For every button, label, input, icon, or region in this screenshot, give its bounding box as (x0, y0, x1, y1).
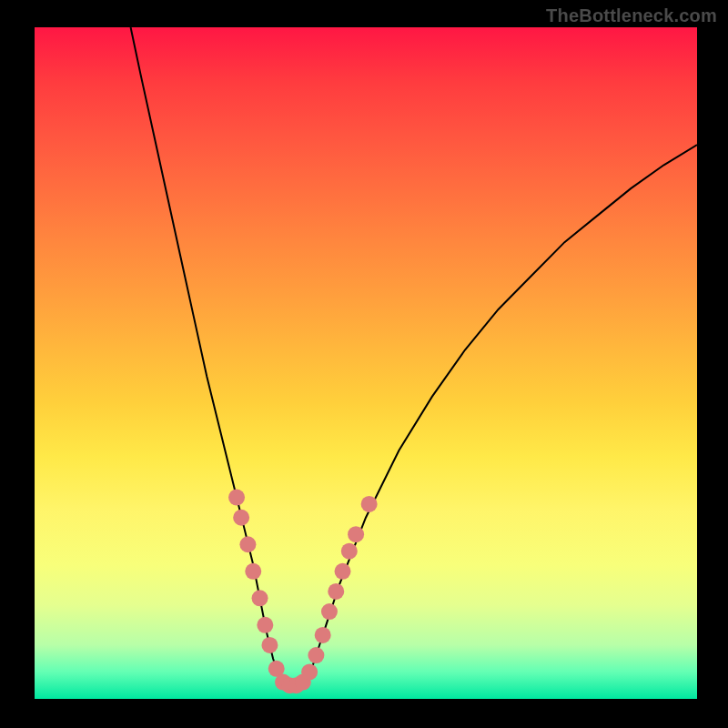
chart-plot-area (35, 27, 697, 699)
chart-marker (348, 526, 364, 542)
chart-marker (341, 543, 358, 560)
chart-svg (35, 27, 697, 699)
watermark-text: TheBottleneck.com (546, 5, 717, 26)
chart-marker (252, 590, 268, 606)
chart-marker (315, 627, 331, 643)
chart-curve (131, 27, 697, 685)
chart-markers (228, 490, 378, 694)
chart-marker (308, 647, 324, 663)
chart-marker (239, 536, 256, 552)
chart-marker (328, 583, 344, 600)
chart-marker (233, 510, 249, 526)
chart-marker (261, 637, 278, 653)
chart-marker (245, 563, 261, 580)
chart-marker (321, 603, 338, 620)
chart-marker (361, 496, 378, 512)
chart-marker (335, 563, 351, 580)
chart-marker (228, 490, 245, 506)
chart-marker (301, 663, 318, 680)
chart-marker (257, 617, 273, 633)
